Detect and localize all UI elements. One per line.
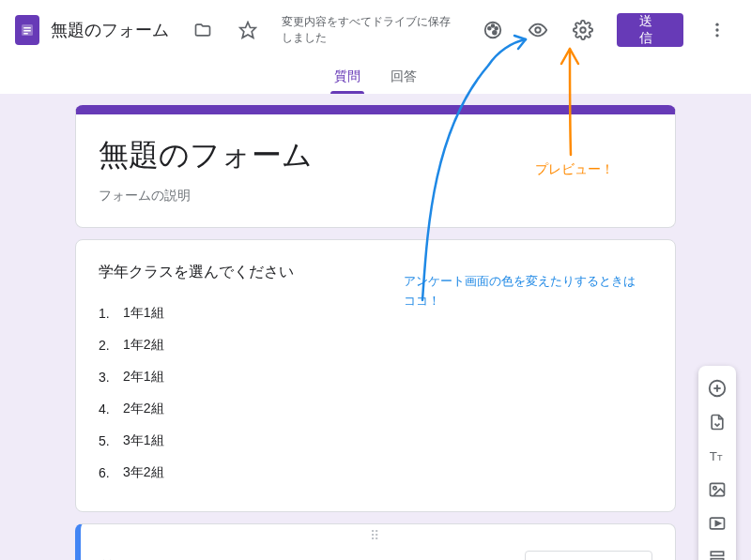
settings-icon[interactable] [564, 11, 602, 49]
svg-rect-2 [23, 30, 31, 32]
preview-icon[interactable] [519, 11, 557, 49]
svg-point-13 [715, 28, 718, 31]
svg-marker-25 [715, 522, 720, 526]
form-header-card[interactable]: 無題のフォーム フォームの説明 [75, 105, 676, 228]
app-header: 無題のフォーム 変更内容をすべてドライブに保存しました 送信 [0, 0, 751, 60]
question-card[interactable]: 学年クラスを選んでください 1.1年1組2.1年2組3.2年1組4.2年2組5.… [75, 239, 676, 512]
svg-text:T: T [710, 449, 717, 463]
tab-bar: 質問 回答 [0, 60, 751, 94]
tab-responses[interactable]: 回答 [387, 60, 421, 94]
svg-point-23 [713, 487, 716, 490]
form-description[interactable]: フォームの説明 [99, 188, 652, 204]
list-item: 1.1年1組 [99, 297, 652, 329]
svg-text:T: T [717, 453, 723, 462]
svg-point-8 [495, 27, 498, 30]
svg-point-7 [491, 24, 494, 27]
add-question-button[interactable] [698, 371, 736, 405]
form-title[interactable]: 無題のフォーム [99, 135, 652, 176]
svg-rect-3 [23, 33, 28, 35]
editing-question-card[interactable]: ⠿ 質問 ラジオボタン [75, 523, 676, 560]
move-to-folder-icon[interactable] [184, 11, 222, 49]
import-questions-button[interactable] [698, 405, 736, 439]
list-item: 3.2年1組 [99, 361, 652, 393]
send-button[interactable]: 送信 [617, 13, 683, 47]
star-icon[interactable] [229, 11, 267, 49]
add-section-button[interactable] [698, 540, 736, 560]
add-video-button[interactable] [698, 507, 736, 540]
theme-icon[interactable] [474, 11, 512, 49]
save-status-text: 変更内容をすべてドライブに保存しました [282, 14, 458, 46]
drag-handle-icon[interactable]: ⠿ [98, 524, 652, 543]
forms-app-icon[interactable] [15, 15, 39, 45]
list-item: 6.3年2組 [99, 457, 652, 489]
form-canvas: 無題のフォーム フォームの説明 学年クラスを選んでください 1.1年1組2.1年… [0, 94, 751, 560]
list-item: 5.3年1組 [99, 425, 652, 457]
svg-point-12 [715, 23, 718, 26]
question-type-dropdown[interactable]: ラジオボタン [525, 551, 652, 560]
floating-toolbar: TT [698, 366, 736, 560]
add-title-button[interactable]: TT [698, 439, 736, 473]
svg-rect-1 [23, 27, 31, 29]
svg-marker-4 [240, 23, 256, 38]
document-title[interactable]: 無題のフォーム [51, 19, 169, 41]
list-item: 4.2年2組 [99, 393, 652, 425]
list-item: 2.1年2組 [99, 329, 652, 361]
svg-point-10 [535, 27, 541, 33]
question-title: 学年クラスを選んでください [99, 263, 652, 282]
svg-point-11 [580, 27, 586, 33]
svg-point-9 [493, 31, 497, 35]
add-image-button[interactable] [698, 473, 736, 507]
svg-rect-26 [711, 552, 723, 555]
more-menu-icon[interactable] [698, 11, 736, 49]
tab-questions[interactable]: 質問 [330, 60, 364, 94]
svg-point-6 [488, 27, 491, 30]
svg-point-14 [715, 34, 718, 37]
